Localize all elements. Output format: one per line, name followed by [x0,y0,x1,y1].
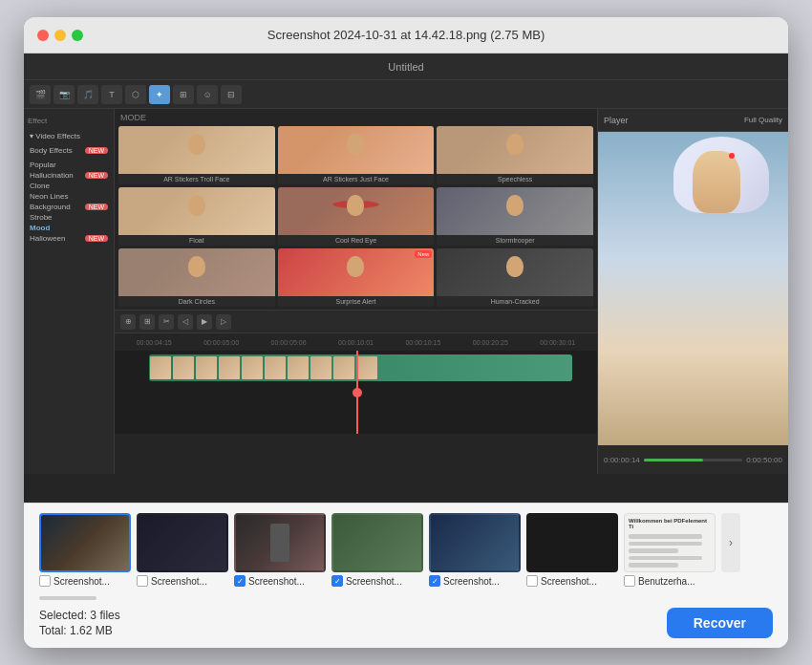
thumb-checkbox-5[interactable] [429,575,440,587]
timeline-tool-1[interactable]: ⊕ [120,314,136,330]
thumb-container-2: Screenshot... [137,513,228,587]
sidebar-item-hallucination[interactable]: Hallucination NEW [28,170,110,181]
total-time: 0:00:50:00 [746,456,782,464]
thumb-label-4: Screenshot... [331,575,423,587]
sidebar-body-effects: Body Effects NEW [28,145,110,156]
effect-human-cracked[interactable]: Human-Cracked [437,248,593,307]
stickers-tab[interactable]: ☺ [197,85,218,104]
thumb-checkbox-2[interactable] [137,575,148,587]
track-thumb-6 [265,356,286,379]
thumb-name-3: Screenshot... [248,576,305,587]
thumb-container-6: Screenshot... [526,513,618,587]
traffic-lights [37,30,83,41]
pdf-thumb-content: Willkommen bei PDFelement Ti [629,518,711,568]
editor-screenshot: Untitled 🎬 📷 🎵 T ⬡ ✦ ⊞ ☺ ⊟ [24,54,788,503]
thumbnail-1[interactable] [39,513,131,572]
effect-ar-troll[interactable]: AR Stickers Troll Face [118,126,275,184]
timeline-tracks [115,351,597,434]
sidebar-item-halloween[interactable]: Halloween NEW [28,233,110,244]
stock-tab[interactable]: 📷 [53,85,75,104]
thumb-name-2: Screenshot... [151,576,207,587]
thumbnails-next-arrow[interactable]: › [721,513,740,572]
thumb-checkbox-4[interactable] [331,575,343,587]
thumb-label-7: Benutzerhа... [624,575,716,587]
effect-speechless[interactable]: Speechless [437,126,593,184]
effects-mode-label: MODE [118,113,593,122]
thumb-checkbox-3[interactable] [234,575,246,587]
background-badge: NEW [85,204,108,210]
close-button[interactable] [37,30,49,41]
filters-tab[interactable]: ⊞ [173,85,194,104]
track-thumb-9 [333,356,354,379]
sidebar-item-neon[interactable]: Neon Lines [28,191,110,202]
editor-topbar: Untitled [24,54,788,80]
audio-tab[interactable]: 🎵 [77,85,98,104]
sidebar-item-video-effects[interactable]: ▾ Video Effects [28,131,110,141]
playhead[interactable] [356,351,358,434]
thumb-container-3: Screenshot... [234,513,326,587]
fullscreen-button[interactable] [72,30,83,41]
thumbnail-6[interactable] [526,513,618,572]
sidebar-item-mood[interactable]: Mood [28,223,110,233]
transitions-tab[interactable]: ⬡ [125,85,146,104]
body-effects-badge: NEW [85,147,108,154]
file-info: Selected: 3 files Total: 1.62 MB [39,609,120,637]
preview-timeline[interactable] [644,459,742,461]
thumb-checkbox-7[interactable] [624,575,635,587]
minimize-button[interactable] [54,30,66,41]
sidebar-item-strobe[interactable]: Strobe [28,212,110,223]
thumbnails-row: Screenshot... Screenshot... Sc [39,513,773,587]
track-thumb-7 [288,356,309,379]
track-thumb-5 [242,356,263,379]
timeline-tool-3[interactable]: ✂ [159,314,174,330]
sidebar-item-background[interactable]: Background NEW [28,202,110,212]
sidebar-item-body-effects[interactable]: Body Effects NEW [28,145,110,156]
thumb-container-7: Willkommen bei PDFelement Ti Benutzerhа.… [624,513,716,587]
thumbnail-4[interactable] [331,513,423,572]
effects-tab[interactable]: ✦ [149,85,170,104]
preview-controls: 0:00:00:14 0:00:50:00 [598,445,788,474]
sidebar-item-clone[interactable]: Clone [28,181,110,191]
thumb-checkbox-6[interactable] [526,575,538,587]
effect-float[interactable]: Float [118,187,275,246]
titlebar: Screenshot 2024-10-31 at 14.42.18.png (2… [24,17,788,54]
thumbnail-5[interactable] [429,513,521,572]
track-thumb-3 [196,356,217,379]
timeline-play[interactable]: ▶ [197,314,212,330]
sidebar-item-popular[interactable]: Popular [28,160,110,170]
quality-label: Full Quality [744,116,782,124]
thumbnail-2[interactable] [137,513,228,572]
titles-tab[interactable]: T [101,85,122,104]
timeline-tool-5[interactable]: ▷ [216,314,231,330]
main-content: Untitled 🎬 📷 🎵 T ⬡ ✦ ⊞ ☺ ⊟ [24,54,788,648]
current-time: 0:00:00:14 [604,456,640,464]
effect-cool-red-eye[interactable]: Cool Red Eye [278,187,435,246]
playhead-marker [353,388,362,397]
preview-panel: Player Full Quality [597,109,788,474]
player-label: Player [604,116,629,125]
thumb-checkbox-1[interactable] [39,575,51,587]
track-thumb-4 [219,356,240,379]
timeline-tool-4[interactable]: ◁ [178,314,193,330]
effect-surprise-alert[interactable]: New Surprise Alert [278,248,435,307]
effect-ar-just[interactable]: AR Stickers Just Face [278,126,435,184]
thumb-name-1: Screenshot... [53,576,110,587]
track-thumb-8 [310,356,331,379]
new-badge: New [415,250,432,258]
timeline-tool-2[interactable]: ⊞ [139,314,155,330]
thumb-label-3: Screenshot... [234,575,326,587]
effect-stormtrooper[interactable]: Stormtrooper [437,187,593,246]
timeline-track-main [149,354,572,381]
thumb-container-1: Screenshot... [39,513,131,587]
media-tab[interactable]: 🎬 [30,85,51,104]
recover-button[interactable]: Recover [667,608,773,638]
sidebar-video-effects: ▾ Video Effects [28,131,110,141]
thumbnail-7[interactable]: Willkommen bei PDFelement Ti [624,513,716,572]
editor-body: Effect ▾ Video Effects Body Effects NEW [24,109,788,474]
timeline-progress [644,459,703,461]
effect-dark-circles[interactable]: Dark Circles [118,248,275,307]
bottom-bar: Selected: 3 files Total: 1.62 MB Recover [39,608,773,638]
templates-tab[interactable]: ⊟ [221,85,242,104]
thumbnail-3[interactable] [234,513,326,572]
thumb-name-6: Screenshot... [541,576,597,587]
